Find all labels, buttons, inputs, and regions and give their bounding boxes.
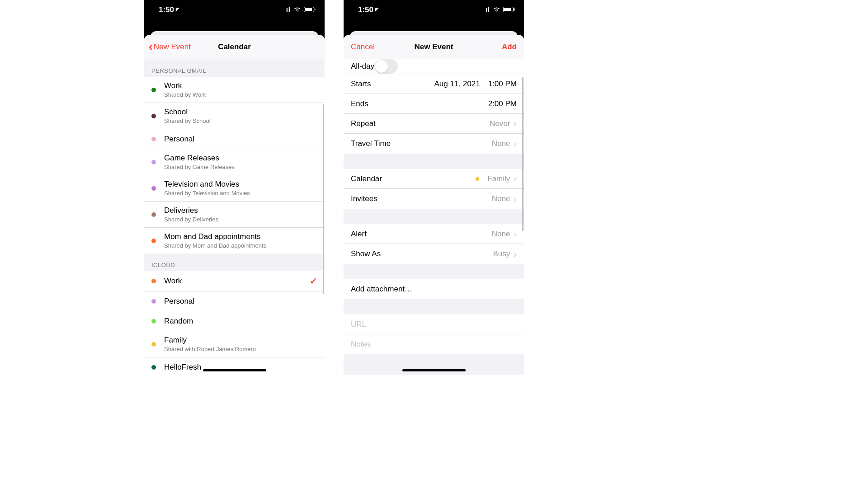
- section-gap: [344, 299, 524, 314]
- calendar-sub: Shared by Deliveries: [164, 216, 317, 223]
- allday-toggle[interactable]: [374, 59, 398, 74]
- chevron-right-icon: ›: [514, 229, 517, 239]
- calendar-row[interactable]: Work✓: [144, 271, 325, 291]
- phone-calendar-picker: 1:50 ◤ ıl ‹ New Event Calendar PERSONAL …: [144, 0, 325, 375]
- location-icon: ◤: [176, 7, 179, 12]
- status-time: 1:50: [358, 5, 373, 14]
- allday-row[interactable]: All-day: [344, 59, 524, 74]
- url-field[interactable]: URL: [344, 314, 524, 334]
- page-title: Calendar: [218, 42, 251, 52]
- calendar-row[interactable]: SchoolShared by School: [144, 103, 325, 129]
- calendar-row[interactable]: DeliveriesShared by Deliveries: [144, 202, 325, 228]
- calendar-color-dot: [151, 137, 156, 141]
- calendar-name: Random: [164, 317, 317, 326]
- home-indicator[interactable]: [203, 369, 266, 371]
- repeat-label: Repeat: [351, 119, 376, 128]
- scrollbar[interactable]: [522, 77, 524, 231]
- battery-icon: [503, 7, 515, 12]
- calendar-sub: Shared by Game Releases: [164, 164, 317, 170]
- starts-date[interactable]: Aug 11, 2021: [434, 80, 480, 89]
- calendar-sub: Shared by Mom and Dad appointments: [164, 242, 317, 249]
- back-label: New Event: [154, 42, 191, 52]
- starts-time[interactable]: 1:00 PM: [488, 80, 517, 89]
- battery-icon: [304, 7, 316, 12]
- event-form-scroll[interactable]: All-day Starts Aug 11, 2021 1:00 PM Ends…: [344, 59, 524, 375]
- showas-row[interactable]: Show As Busy ›: [344, 244, 524, 264]
- calendar-color-dot: [151, 186, 156, 191]
- calendar-row[interactable]: WorkShared by Work: [144, 77, 325, 103]
- ends-row[interactable]: Ends 2:00 PM: [344, 94, 524, 114]
- calendar-row[interactable]: Personal: [144, 291, 325, 311]
- calendar-sub: Shared by Work: [164, 91, 317, 98]
- calendar-row[interactable]: Mom and Dad appointmentsShared by Mom an…: [144, 228, 325, 253]
- section-header: ICLOUD: [144, 253, 325, 271]
- chevron-right-icon: ›: [514, 139, 517, 149]
- svg-rect-5: [514, 8, 515, 10]
- calendar-color-dot: [151, 299, 156, 304]
- notes-placeholder: Notes: [351, 340, 371, 349]
- signal-icon: ıl: [286, 5, 291, 13]
- svg-rect-4: [504, 8, 511, 11]
- repeat-row[interactable]: Repeat Never ›: [344, 114, 524, 134]
- calendar-color-dot: [151, 88, 156, 92]
- nav-bar: ‹ New Event Calendar: [144, 35, 325, 59]
- calendar-row[interactable]: FamilyShared with Robert James Romero: [144, 331, 325, 357]
- starts-label: Starts: [351, 80, 371, 89]
- calendar-name: Work: [164, 81, 317, 90]
- calendar-row[interactable]: Television and MoviesShared by Televisio…: [144, 175, 325, 202]
- chevron-right-icon: ›: [514, 249, 517, 259]
- section-gap: [344, 154, 524, 169]
- calendar-name: Family: [164, 336, 317, 345]
- calendar-row[interactable]: Game ReleasesShared by Game Releases: [144, 149, 325, 175]
- section-header: PERSONAL GMAIL: [144, 59, 325, 77]
- nav-bar: Cancel New Event Add: [344, 35, 524, 59]
- status-bar: 1:50 ◤ ıl: [144, 0, 325, 29]
- calendar-row[interactable]: HelloFresh: [144, 357, 325, 375]
- calendar-name: Television and Movies: [164, 180, 317, 189]
- calendar-color-dot: [151, 239, 156, 243]
- chevron-right-icon: ›: [514, 174, 517, 184]
- ends-time[interactable]: 2:00 PM: [488, 99, 517, 108]
- calendar-list-scroll[interactable]: PERSONAL GMAILWorkShared by WorkSchoolSh…: [144, 59, 325, 375]
- invitees-value: None: [492, 194, 510, 203]
- phone-new-event: 1:50 ◤ ıl Cancel New Event Add All-day S…: [344, 0, 524, 375]
- calendar-name: Mom and Dad appointments: [164, 232, 317, 241]
- calendar-row[interactable]: Calendar Family ›: [344, 169, 524, 189]
- section-gap: [344, 209, 524, 224]
- ends-label: Ends: [351, 99, 368, 108]
- alert-value: None: [492, 230, 510, 239]
- calendar-name: Work: [164, 277, 310, 286]
- attachment-row[interactable]: Add attachment…: [344, 279, 524, 299]
- calendar-label: Calendar: [351, 174, 382, 183]
- calendar-row[interactable]: Personal: [144, 129, 325, 149]
- back-button[interactable]: ‹ New Event: [149, 42, 191, 52]
- url-placeholder: URL: [351, 320, 366, 329]
- home-indicator[interactable]: [402, 369, 466, 371]
- cancel-button[interactable]: Cancel: [351, 42, 375, 52]
- calendar-color-dot: [151, 114, 156, 118]
- calendar-color-dot: [151, 365, 156, 370]
- wifi-icon: [293, 7, 301, 12]
- showas-label: Show As: [351, 249, 381, 258]
- calendar-name: Personal: [164, 135, 317, 144]
- allday-label: All-day: [351, 62, 374, 71]
- notes-field[interactable]: Notes: [344, 334, 524, 354]
- location-icon: ◤: [375, 7, 379, 12]
- scrollbar[interactable]: [323, 104, 324, 294]
- wifi-icon: [493, 7, 500, 12]
- calendar-row[interactable]: Random: [144, 311, 325, 331]
- chevron-right-icon: ›: [514, 118, 517, 129]
- calendar-color-dot: [476, 177, 479, 181]
- alert-row[interactable]: Alert None ›: [344, 224, 524, 244]
- chevron-right-icon: ›: [514, 194, 517, 204]
- calendar-color-dot: [151, 279, 156, 283]
- calendar-name: Deliveries: [164, 206, 317, 215]
- travel-row[interactable]: Travel Time None ›: [344, 134, 524, 154]
- add-button[interactable]: Add: [502, 42, 517, 52]
- calendar-sub: Shared by School: [164, 117, 317, 124]
- invitees-row[interactable]: Invitees None ›: [344, 189, 524, 209]
- repeat-value: Never: [490, 119, 510, 128]
- calendar-sub: Shared by Television and Movies: [164, 190, 317, 197]
- starts-row[interactable]: Starts Aug 11, 2021 1:00 PM: [344, 74, 524, 94]
- invitees-label: Invitees: [351, 194, 377, 203]
